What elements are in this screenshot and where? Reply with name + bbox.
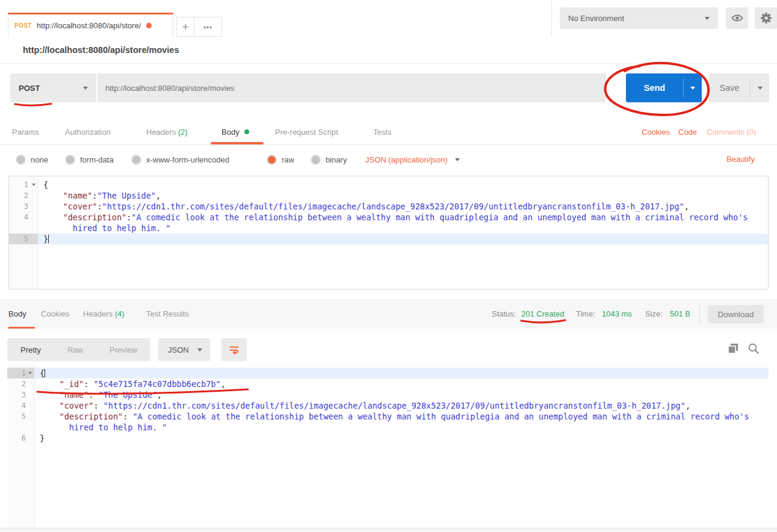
radio-urlencoded[interactable]: x-www-form-urlencoded — [131, 145, 229, 174]
code-line: 5 "description": "A comedic look at the … — [7, 411, 769, 422]
response-tab-headers[interactable]: Headers (4) — [83, 300, 125, 329]
method-dropdown[interactable]: POST — [10, 73, 96, 102]
code-line: hired to help him. " — [7, 422, 769, 433]
line-number — [9, 223, 38, 234]
response-tab-test-results[interactable]: Test Results — [146, 300, 189, 329]
chevron-down-icon — [705, 17, 710, 20]
code-line: 2 "name":"The Upside", — [9, 190, 768, 201]
line-number: 6 — [7, 433, 34, 444]
response-toolbar: Pretty Raw Preview JSON — [0, 329, 777, 364]
tab-method-badge: POST — [14, 22, 32, 29]
tab-pre-request-script[interactable]: Pre-request Script — [275, 120, 338, 144]
chevron-down-icon — [758, 87, 763, 90]
cookies-link[interactable]: Cookies — [642, 120, 670, 144]
response-tab-body[interactable]: Body — [8, 300, 26, 329]
tab-body-label: Body — [221, 128, 240, 137]
tab-headers[interactable]: Headers (2) — [146, 120, 188, 144]
beautify-link[interactable]: Beautify — [726, 145, 755, 174]
environment-label: No Environment — [568, 14, 624, 23]
tab-authorization[interactable]: Authorization — [65, 120, 111, 144]
tab-headers-label: Headers — [146, 128, 176, 137]
copy-button[interactable] — [726, 341, 740, 356]
url-input[interactable]: http://localhost:8080/api/store/movies — [98, 73, 606, 102]
save-label: Save — [709, 73, 750, 102]
code-line-highlighted: 1 { — [7, 368, 769, 379]
environment-selector[interactable]: No Environment — [560, 7, 718, 29]
view-raw[interactable]: Raw — [54, 345, 96, 354]
code-line: 6 } — [7, 433, 769, 444]
radio-binary[interactable]: binary — [311, 145, 347, 174]
save-options-button[interactable] — [751, 73, 769, 102]
response-tab-cookies[interactable]: Cookies — [41, 300, 69, 329]
divider — [699, 305, 700, 324]
view-pretty[interactable]: Pretty — [7, 345, 54, 354]
tab-url-label: http://localhost:8080/api/store/ — [37, 21, 141, 30]
status-label: Status: — [492, 300, 516, 329]
active-tab-underline — [211, 142, 264, 144]
body-type-row: none form-data x-www-form-urlencoded raw… — [0, 145, 777, 174]
header-divider — [551, 0, 552, 37]
download-button[interactable]: Download — [708, 305, 764, 323]
response-section-header: Body Cookies Headers (4) Test Results St… — [0, 299, 777, 329]
gear-icon — [760, 11, 773, 25]
radio-raw[interactable]: raw — [267, 145, 294, 174]
fold-caret-icon[interactable] — [32, 184, 36, 186]
line-number: 2 — [7, 379, 34, 389]
time-value: 1043 ms — [602, 300, 632, 329]
radio-selected-icon — [267, 155, 277, 165]
send-button[interactable]: Send — [626, 73, 702, 102]
view-preview[interactable]: Preview — [96, 345, 150, 354]
body-modified-dot-icon — [244, 129, 249, 134]
chevron-down-icon — [197, 348, 202, 351]
settings-button[interactable] — [755, 7, 777, 29]
text-cursor — [45, 369, 45, 377]
response-view-switch: Pretty Raw Preview — [7, 338, 150, 361]
radio-form-data[interactable]: form-data — [65, 145, 114, 174]
method-value: POST — [19, 84, 40, 93]
status-value: 201 Created — [521, 300, 565, 329]
eye-icon — [731, 11, 744, 25]
breadcrumb: http://localhost:8080/api/store/movies — [0, 37, 777, 64]
code-link[interactable]: Code — [678, 120, 697, 144]
code-line: 4 "description":"A comedic look at the r… — [9, 212, 768, 223]
radio-icon — [65, 155, 75, 165]
radio-none[interactable]: none — [16, 145, 48, 174]
size-label: Size: — [645, 300, 663, 329]
request-body-editor[interactable]: 1 { 2 "name":"The Upside", 3 "cover":"ht… — [8, 176, 769, 289]
url-value: http://localhost:8080/api/store/movies — [105, 84, 235, 93]
radio-none-label: none — [31, 155, 48, 164]
size-value: 501 B — [670, 300, 690, 329]
send-options-button[interactable] — [684, 73, 702, 102]
code-line: 3 "cover":"https://cdn1.thr.com/sites/de… — [9, 201, 768, 212]
wrap-text-button[interactable] — [221, 338, 247, 361]
content-type-dropdown[interactable]: JSON (application/json) — [365, 145, 460, 174]
chevron-down-icon — [690, 87, 695, 90]
tab-tests[interactable]: Tests — [373, 120, 391, 144]
more-tabs-button[interactable]: ••• — [194, 17, 222, 37]
comments-link[interactable]: Comments (0) — [707, 120, 756, 144]
line-number: 5 — [9, 234, 38, 244]
code-line: 4 "cover": "https://cdn1.thr.com/sites/d… — [7, 400, 769, 411]
line-number: 4 — [7, 400, 34, 411]
response-format-dropdown[interactable]: JSON — [158, 338, 210, 361]
content-type-label: JSON (application/json) — [365, 155, 448, 164]
tab-params[interactable]: Params — [12, 120, 39, 144]
response-format-label: JSON — [168, 345, 189, 354]
save-button[interactable]: Save — [709, 73, 769, 102]
line-number: 4 — [9, 212, 38, 223]
headers-count: (2) — [178, 128, 188, 137]
response-body-editor[interactable]: 1 { 2 "_id": "5c4e715fa74c07dbbb6ecb7b",… — [7, 364, 769, 528]
radio-icon — [131, 155, 141, 165]
tab-body[interactable]: Body — [221, 120, 249, 144]
copy-icon — [726, 342, 740, 355]
new-tab-button[interactable]: + — [176, 17, 194, 37]
wrap-text-icon — [228, 344, 240, 356]
line-number: 3 — [9, 201, 38, 212]
request-tab[interactable]: POST http://localhost:8080/api/store/ — [8, 13, 173, 37]
radio-raw-label: raw — [282, 155, 294, 164]
environment-quick-look-button[interactable] — [726, 7, 748, 29]
fold-caret-icon[interactable] — [28, 372, 32, 374]
code-line: 3 "name": "The Upside", — [7, 389, 769, 400]
search-button[interactable] — [746, 341, 761, 356]
response-headers-label: Headers — [83, 309, 113, 318]
